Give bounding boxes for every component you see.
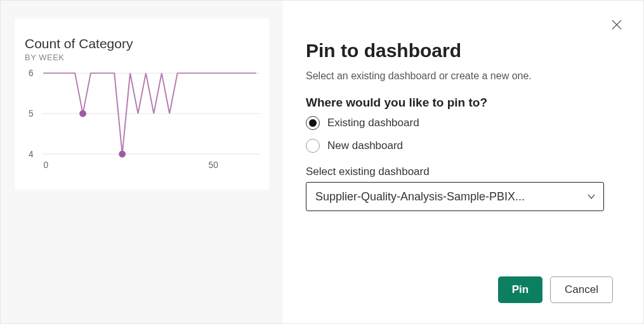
dialog-description: Select an existing dashboard or create a…: [306, 70, 613, 82]
radio-label-existing: Existing dashboard: [327, 117, 419, 129]
select-dashboard-value: Supplier-Quality-Analysis-Sample-PBIX...: [315, 190, 582, 204]
chart-preview-card: Count of Category BY WEEK 6 5 4 0 50: [15, 18, 269, 190]
pin-button[interactable]: Pin: [498, 276, 542, 303]
preview-pane: Count of Category BY WEEK 6 5 4 0 50: [1, 1, 283, 323]
y-tick-6: 6: [29, 68, 34, 78]
chart-subtitle: BY WEEK: [25, 53, 261, 62]
x-tick-50: 50: [209, 160, 219, 170]
chart-svg: 6 5 4 0 50: [25, 66, 261, 174]
select-dashboard-label: Select existing dashboard: [306, 165, 613, 178]
chart-marker: [79, 110, 86, 117]
chevron-down-icon: [587, 192, 596, 201]
where-label: Where would you like to pin to?: [306, 96, 613, 110]
dialog-title: Pin to dashboard: [306, 40, 613, 62]
radio-existing-dashboard[interactable]: Existing dashboard: [306, 116, 613, 130]
radio-new-dashboard[interactable]: New dashboard: [306, 139, 613, 153]
x-tick-0: 0: [43, 160, 48, 170]
chart-title: Count of Category: [25, 36, 261, 51]
cancel-button[interactable]: Cancel: [550, 276, 613, 303]
radio-unchecked-icon: [306, 139, 320, 153]
select-dashboard-dropdown[interactable]: Supplier-Quality-Analysis-Sample-PBIX...: [306, 182, 604, 211]
dialog-pane: Pin to dashboard Select an existing dash…: [283, 1, 643, 323]
radio-label-new: New dashboard: [327, 139, 403, 152]
dialog-footer: Pin Cancel: [306, 276, 613, 306]
close-button[interactable]: [612, 20, 624, 32]
radio-checked-icon: [306, 116, 320, 130]
chart-marker: [119, 151, 126, 158]
close-icon: [612, 20, 622, 30]
y-tick-5: 5: [29, 109, 34, 119]
y-tick-4: 4: [29, 150, 34, 159]
